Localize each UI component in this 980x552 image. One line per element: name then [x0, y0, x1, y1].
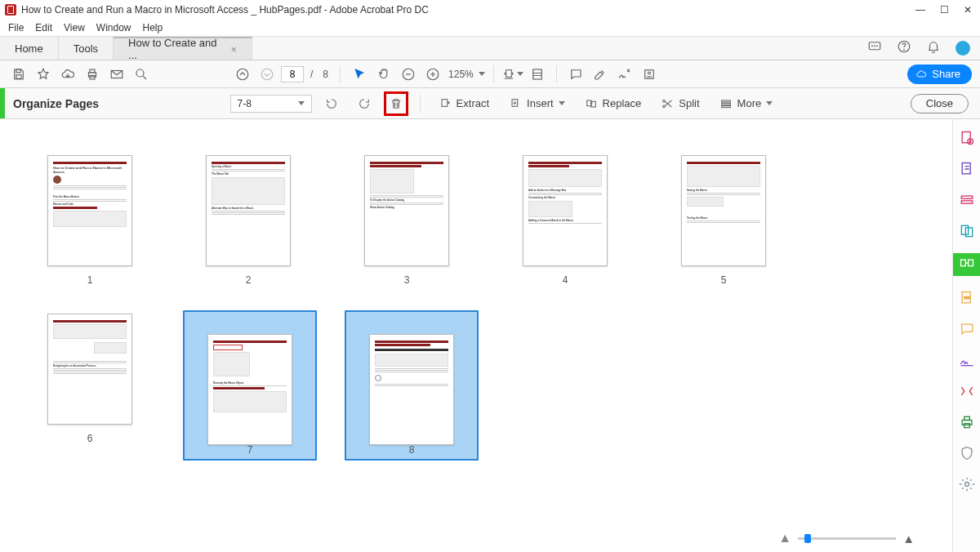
zoom-in-icon[interactable] — [422, 64, 443, 85]
combine-icon[interactable] — [958, 222, 976, 240]
mail-icon[interactable] — [106, 64, 127, 85]
export-pdf-icon[interactable] — [958, 191, 976, 209]
page-label: 3 — [404, 274, 410, 286]
page-thumbnail[interactable]: Running the Macro Object 7 — [183, 310, 317, 456]
rotate-cw-button[interactable] — [351, 92, 377, 115]
separator — [420, 95, 421, 113]
tab-document[interactable]: How to Create and ... × — [114, 37, 252, 60]
page-number-input[interactable] — [281, 66, 304, 82]
share-button[interactable]: Share — [907, 65, 972, 84]
split-button[interactable]: Split — [654, 92, 706, 115]
thumbnail-zoom-slider[interactable]: ▲ ▲ — [778, 531, 915, 545]
hand-icon[interactable] — [373, 64, 394, 85]
tab-tools[interactable]: Tools — [59, 37, 114, 60]
replace-button[interactable]: Replace — [578, 92, 648, 115]
svg-point-3 — [877, 46, 878, 47]
stamp-icon[interactable] — [639, 64, 660, 85]
chevron-down-icon — [766, 101, 773, 105]
protect-icon[interactable] — [958, 444, 976, 462]
menu-window[interactable]: Window — [96, 22, 131, 33]
page-range-select[interactable]: 7-8 — [230, 95, 312, 113]
extract-button[interactable]: Extract — [432, 92, 496, 115]
page-thumbnail[interactable]: How to Create and Run a Macro in Microso… — [24, 152, 155, 286]
sign-icon[interactable] — [614, 64, 635, 85]
thumbnail-grid: How to Create and Run a Macro in Microso… — [0, 119, 952, 472]
page-up-icon[interactable] — [232, 64, 253, 85]
zoom-track[interactable] — [798, 537, 896, 540]
chevron-down-icon — [298, 101, 305, 105]
zoom-dropdown-icon[interactable] — [479, 72, 485, 76]
avatar[interactable] — [956, 41, 970, 56]
save-icon[interactable] — [8, 64, 29, 85]
messages-icon[interactable] — [867, 39, 882, 57]
replace-label: Replace — [603, 97, 642, 109]
page-thumbnail[interactable]: 8 — [345, 310, 479, 456]
tab-document-label: How to Create and ... — [128, 37, 222, 61]
menu-help[interactable]: Help — [143, 22, 163, 33]
page-thumbnail[interactable]: Add an Action to a Message Box Customizi… — [500, 152, 630, 286]
page-total: 8 — [323, 69, 328, 80]
rotate-ccw-button[interactable] — [318, 92, 345, 115]
insert-button[interactable]: Insert — [502, 92, 572, 115]
svg-rect-33 — [961, 196, 972, 198]
svg-rect-10 — [90, 75, 95, 79]
bell-icon[interactable] — [926, 39, 941, 57]
tab-tools-label: Tools — [74, 42, 98, 55]
insert-icon — [509, 97, 522, 110]
zoom-thumb[interactable] — [804, 534, 811, 543]
cloud-icon[interactable] — [57, 64, 78, 85]
menu-file[interactable]: File — [8, 22, 24, 33]
page-label: 4 — [563, 274, 568, 286]
svg-rect-38 — [968, 260, 973, 266]
svg-rect-36 — [965, 228, 972, 237]
organize-pages-icon[interactable] — [953, 253, 981, 276]
redact-icon[interactable] — [958, 289, 976, 307]
svg-rect-6 — [16, 69, 20, 73]
menu-view[interactable]: View — [64, 22, 85, 33]
window-minimize-icon[interactable]: — — [915, 4, 925, 16]
close-button[interactable]: Close — [911, 94, 969, 114]
tabs-row: Home Tools How to Create and ... × — [0, 36, 980, 60]
page-thumbnail[interactable]: Opening a Macro The Macro Tab Alternate … — [183, 152, 314, 286]
extract-label: Extract — [457, 97, 489, 109]
page-thumbnail[interactable]: Designing for an Automated Process 6 — [24, 310, 155, 456]
right-tool-rail — [952, 119, 980, 552]
delete-button[interactable] — [384, 91, 408, 116]
highlight-icon[interactable] — [590, 64, 611, 85]
print-icon[interactable] — [82, 64, 103, 85]
tab-close-icon[interactable]: × — [230, 43, 237, 56]
star-icon[interactable] — [33, 64, 54, 85]
page-label: 7 — [247, 444, 253, 456]
page-thumbnail[interactable]: To Display the Action Catalog Show Actio… — [341, 152, 472, 286]
svg-rect-40 — [964, 296, 969, 299]
page-down-icon[interactable] — [256, 64, 278, 85]
more-button[interactable]: More — [713, 92, 780, 115]
print-tool-icon[interactable] — [958, 413, 976, 431]
insert-label: Insert — [527, 97, 554, 109]
comment-icon[interactable] — [565, 64, 586, 85]
zoom-out-icon[interactable] — [398, 64, 419, 85]
settings-icon[interactable] — [958, 475, 976, 493]
pointer-icon[interactable] — [349, 64, 370, 85]
tab-home[interactable]: Home — [0, 37, 59, 60]
svg-rect-41 — [962, 421, 972, 425]
create-pdf-icon[interactable] — [958, 129, 976, 147]
page-display-icon[interactable] — [527, 64, 548, 85]
search-icon[interactable] — [131, 64, 152, 85]
menu-edit[interactable]: Edit — [35, 22, 52, 33]
help-icon[interactable] — [897, 39, 911, 57]
svg-rect-43 — [964, 424, 969, 428]
window-maximize-icon[interactable]: ☐ — [940, 4, 949, 16]
window-titlebar: How to Create and Run a Macro in Microso… — [0, 0, 980, 20]
edit-pdf-icon[interactable] — [958, 160, 976, 178]
more-icon — [719, 97, 733, 110]
xml-icon[interactable] — [958, 382, 976, 400]
page-label: 6 — [87, 433, 93, 444]
svg-rect-32 — [962, 163, 970, 174]
comment-tool-icon[interactable] — [958, 320, 976, 338]
window-close-icon[interactable]: ✕ — [964, 4, 972, 16]
page-thumbnail[interactable]: Saving the Macro Testing the Macro 5 — [658, 152, 789, 286]
fill-sign-icon[interactable] — [958, 351, 976, 369]
svg-rect-17 — [506, 69, 511, 77]
fit-width-icon[interactable] — [502, 64, 523, 85]
